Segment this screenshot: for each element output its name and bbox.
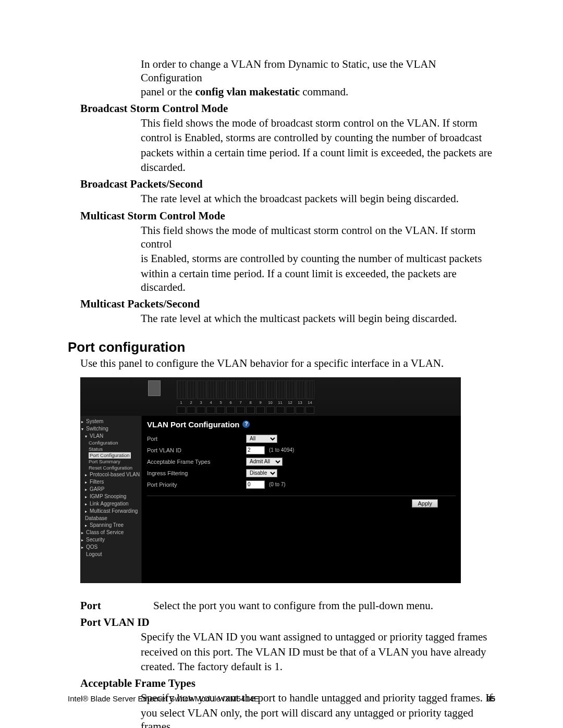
- hint-pvid: (1 to 4094): [269, 447, 294, 453]
- intro-line2: panel or the config vlan makestatic comm…: [141, 85, 495, 98]
- help-icon[interactable]: ?: [242, 421, 250, 428]
- page-number: 95: [486, 694, 495, 703]
- sidebar-item-cos[interactable]: Class of Service: [81, 529, 140, 536]
- num-9: 9: [256, 400, 265, 405]
- num-13: 13: [296, 400, 304, 405]
- label-pp: Port Priority: [147, 482, 246, 488]
- body-mscm-2: within a certain time period. If a count…: [141, 267, 495, 294]
- body-bscm-0: This field shows the mode of broadcast s…: [141, 116, 495, 130]
- label-pvid: Port VLAN ID: [147, 447, 246, 453]
- input-pp[interactable]: [246, 480, 265, 489]
- label-if: Ingress Filtering: [147, 470, 246, 476]
- sidebar-item-switching[interactable]: Switching: [81, 425, 140, 433]
- post-body-aft-1: you select VLAN only, the port will disc…: [141, 706, 495, 729]
- ui-chip-icon: [148, 380, 161, 396]
- intro-line1: In order to change a VLAN from Dynamic t…: [141, 57, 495, 85]
- sidebar-item-filters[interactable]: Filters: [81, 478, 140, 486]
- sidebar-item-port-configuration-label: Port Configuration: [89, 452, 131, 459]
- sidebar-item-status[interactable]: Status: [81, 446, 140, 452]
- post-body-pvid-1: received on this port. The VLAN ID must …: [141, 645, 495, 659]
- num-14: 14: [305, 400, 314, 405]
- num-7: 7: [236, 400, 245, 405]
- sidebar-item-spanning-tree[interactable]: Spanning Tree: [81, 522, 140, 529]
- post-body-pvid-2: created. The factory default is 1.: [141, 660, 495, 673]
- term-mscm: Multicast Storm Control Mode: [80, 209, 495, 223]
- label-port: Port: [147, 436, 246, 442]
- body-mps-0: The rate level at which the multicast pa…: [141, 312, 495, 325]
- num-8: 8: [246, 400, 255, 405]
- ui-header: 1 2 3 4 5 6 7 8 9 10 11 12 13 14: [80, 377, 461, 416]
- post-term-port: Port: [80, 599, 153, 612]
- body-bscm-1: control is Enabled, storms are controlle…: [141, 131, 495, 144]
- section-heading: Port configuration: [68, 339, 495, 355]
- num-3: 3: [197, 400, 205, 405]
- sidebar-item-vlan[interactable]: VLAN: [81, 433, 140, 440]
- num-5: 5: [216, 400, 225, 405]
- input-pvid[interactable]: [246, 446, 265, 454]
- intro-cmd: config vlan makestatic: [195, 85, 300, 98]
- ui-main-title: VLAN Port Configuration: [147, 420, 239, 429]
- sidebar-item-logout[interactable]: Logout: [81, 551, 140, 558]
- select-if[interactable]: Disable: [246, 469, 277, 477]
- sidebar-item-configuration[interactable]: Configuration: [81, 440, 140, 446]
- num-4: 4: [206, 400, 215, 405]
- sidebar-item-protocol-vlan[interactable]: Protocol-based VLAN: [81, 471, 140, 478]
- term-bps: Broadcast Packets/Second: [80, 177, 495, 191]
- num-2: 2: [187, 400, 195, 405]
- term-bscm: Broadcast Storm Control Mode: [80, 102, 495, 115]
- sidebar-item-igmp-snooping[interactable]: IGMP Snooping: [81, 493, 140, 500]
- sidebar-item-qos[interactable]: QOS: [81, 544, 140, 551]
- num-11: 11: [276, 400, 285, 405]
- num-6: 6: [226, 400, 235, 405]
- select-port[interactable]: All: [246, 435, 277, 443]
- sidebar-item-port-summary[interactable]: Port Summary: [81, 459, 140, 465]
- apply-button[interactable]: Apply: [412, 499, 438, 508]
- ui-screenshot: 1 2 3 4 5 6 7 8 9 10 11 12 13 14 System: [80, 377, 461, 583]
- sidebar-item-link-agg[interactable]: Link Aggregation: [81, 500, 140, 508]
- sidebar-item-security[interactable]: Security: [81, 536, 140, 544]
- post-term-pvid: Port VLAN ID: [80, 615, 495, 629]
- sidebar-item-reset-config[interactable]: Reset Configuration: [81, 465, 140, 471]
- post-def-port: Select the port you want to configure fr…: [153, 599, 433, 612]
- hint-pp: (0 to 7): [269, 482, 286, 487]
- sidebar-item-port-configuration[interactable]: Port Configuration: [81, 452, 140, 459]
- post-body-pvid-0: Specify the VLAN ID you want assigned to…: [141, 630, 495, 644]
- num-1: 1: [177, 400, 186, 405]
- body-bscm-2: packets within a certain time period. If…: [141, 146, 495, 159]
- section-intro: Use this panel to configure the VLAN beh…: [80, 356, 495, 370]
- ui-divider: [147, 496, 456, 496]
- ui-led-row: [177, 406, 314, 414]
- intro-line2-b: command.: [300, 85, 348, 98]
- intro-line2-a: panel or the: [141, 85, 195, 98]
- ui-port-numbers: 1 2 3 4 5 6 7 8 9 10 11 12 13 14: [177, 400, 314, 405]
- term-mps: Multicast Packets/Second: [80, 297, 495, 311]
- sidebar-item-system[interactable]: System: [81, 418, 140, 425]
- body-bps-0: The rate level at which the broadcast pa…: [141, 192, 495, 205]
- label-aft: Acceptable Frame Types: [147, 459, 246, 465]
- ui-main: VLAN Port Configuration ? Port All Port …: [142, 416, 461, 583]
- body-mscm-0: This field shows the mode of multicast s…: [141, 224, 495, 251]
- sidebar-item-garp[interactable]: GARP: [81, 486, 140, 493]
- body-mscm-1: is Enabled, storms are controlled by cou…: [141, 252, 495, 265]
- ui-port-grid: [177, 380, 314, 399]
- select-aft[interactable]: Admit All: [246, 458, 283, 466]
- ui-sidebar: System Switching VLAN Configuration Stat…: [80, 416, 142, 583]
- sidebar-item-mfdb[interactable]: Multicast Forwarding Database: [81, 508, 140, 522]
- body-bscm-3: discarded.: [141, 161, 495, 174]
- num-10: 10: [266, 400, 275, 405]
- post-term-aft: Acceptable Frame Types: [80, 676, 495, 690]
- num-12: 12: [286, 400, 295, 405]
- footer-title: Intel® Blade Server Ethernet Switch Modu…: [68, 694, 259, 703]
